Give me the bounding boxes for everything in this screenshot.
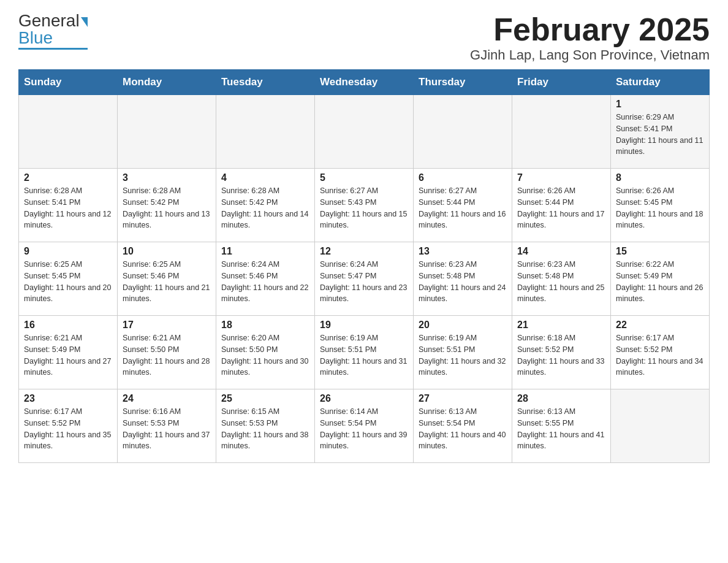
col-friday: Friday [512, 70, 611, 95]
day-number: 1 [616, 99, 704, 110]
table-row: 15Sunrise: 6:22 AMSunset: 5:49 PMDayligh… [611, 242, 710, 316]
calendar-header-row: Sunday Monday Tuesday Wednesday Thursday… [19, 70, 710, 95]
day-info: Sunset: 5:46 PM [221, 270, 309, 282]
logo-text: General Blue [18, 12, 88, 47]
day-info: Daylight: 11 hours and 33 minutes. [517, 356, 605, 379]
day-info: Daylight: 11 hours and 20 minutes. [24, 282, 112, 305]
day-info: Sunset: 5:53 PM [123, 418, 211, 429]
table-row: 24Sunrise: 6:16 AMSunset: 5:53 PMDayligh… [118, 389, 216, 463]
day-info: Daylight: 11 hours and 41 minutes. [517, 429, 605, 453]
table-row [118, 95, 216, 169]
day-info: Sunrise: 6:15 AM [221, 406, 309, 418]
day-info: Sunrise: 6:28 AM [123, 185, 211, 197]
day-info: Sunrise: 6:16 AM [123, 406, 211, 418]
day-info: Daylight: 11 hours and 35 minutes. [24, 429, 112, 453]
day-info: Daylight: 11 hours and 11 minutes. [616, 135, 704, 158]
table-row: 26Sunrise: 6:14 AMSunset: 5:54 PMDayligh… [315, 389, 414, 463]
col-tuesday: Tuesday [216, 70, 315, 95]
table-row: 5Sunrise: 6:27 AMSunset: 5:43 PMDaylight… [315, 169, 414, 242]
day-info: Daylight: 11 hours and 13 minutes. [123, 209, 211, 232]
day-info: Sunset: 5:45 PM [616, 197, 704, 209]
table-row: 25Sunrise: 6:15 AMSunset: 5:53 PMDayligh… [216, 389, 315, 463]
col-sunday: Sunday [19, 70, 118, 95]
day-info: Sunrise: 6:25 AM [123, 259, 211, 270]
col-saturday: Saturday [611, 70, 710, 95]
table-row: 10Sunrise: 6:25 AMSunset: 5:46 PMDayligh… [118, 242, 216, 316]
day-number: 6 [419, 172, 507, 183]
day-info: Sunrise: 6:25 AM [24, 259, 112, 270]
day-info: Sunset: 5:49 PM [24, 344, 112, 356]
table-row: 12Sunrise: 6:24 AMSunset: 5:47 PMDayligh… [315, 242, 414, 316]
day-info: Sunrise: 6:24 AM [221, 259, 309, 270]
day-info: Sunset: 5:54 PM [419, 418, 507, 429]
day-info: Sunrise: 6:21 AM [24, 332, 112, 344]
day-info: Daylight: 11 hours and 32 minutes. [419, 356, 507, 379]
table-row [216, 95, 315, 169]
calendar-table: Sunday Monday Tuesday Wednesday Thursday… [18, 69, 710, 463]
table-row: 23Sunrise: 6:17 AMSunset: 5:52 PMDayligh… [19, 389, 118, 463]
day-info: Daylight: 11 hours and 22 minutes. [221, 282, 309, 305]
day-info: Sunset: 5:52 PM [517, 344, 605, 356]
calendar-subtitle: GJinh Lap, Lang Son Province, Vietnam [470, 47, 710, 63]
table-row: 7Sunrise: 6:26 AMSunset: 5:44 PMDaylight… [512, 169, 611, 242]
day-number: 14 [517, 246, 605, 257]
day-number: 7 [517, 172, 605, 183]
calendar-week-row: 23Sunrise: 6:17 AMSunset: 5:52 PMDayligh… [19, 389, 710, 463]
table-row: 8Sunrise: 6:26 AMSunset: 5:45 PMDaylight… [611, 169, 710, 242]
table-row: 11Sunrise: 6:24 AMSunset: 5:46 PMDayligh… [216, 242, 315, 316]
calendar-week-row: 2Sunrise: 6:28 AMSunset: 5:41 PMDaylight… [19, 169, 710, 242]
logo: General Blue [18, 12, 88, 50]
day-info: Sunrise: 6:29 AM [616, 112, 704, 123]
day-info: Sunrise: 6:17 AM [616, 332, 704, 344]
day-number: 21 [517, 320, 605, 331]
day-info: Daylight: 11 hours and 40 minutes. [419, 429, 507, 453]
table-row: 28Sunrise: 6:13 AMSunset: 5:55 PMDayligh… [512, 389, 611, 463]
table-row [512, 95, 611, 169]
table-row: 3Sunrise: 6:28 AMSunset: 5:42 PMDaylight… [118, 169, 216, 242]
table-row: 6Sunrise: 6:27 AMSunset: 5:44 PMDaylight… [414, 169, 512, 242]
day-info: Daylight: 11 hours and 24 minutes. [419, 282, 507, 305]
table-row [611, 389, 710, 463]
day-info: Sunset: 5:50 PM [123, 344, 211, 356]
day-number: 4 [221, 172, 309, 183]
day-info: Sunrise: 6:23 AM [419, 259, 507, 270]
day-info: Sunrise: 6:17 AM [24, 406, 112, 418]
day-info: Sunset: 5:49 PM [616, 270, 704, 282]
table-row: 4Sunrise: 6:28 AMSunset: 5:42 PMDaylight… [216, 169, 315, 242]
table-row: 19Sunrise: 6:19 AMSunset: 5:51 PMDayligh… [315, 316, 414, 389]
day-number: 17 [123, 320, 211, 331]
table-row: 2Sunrise: 6:28 AMSunset: 5:41 PMDaylight… [19, 169, 118, 242]
day-info: Sunrise: 6:27 AM [320, 185, 408, 197]
table-row: 27Sunrise: 6:13 AMSunset: 5:54 PMDayligh… [414, 389, 512, 463]
logo-underline [18, 48, 88, 50]
day-info: Daylight: 11 hours and 39 minutes. [320, 429, 408, 453]
table-row: 20Sunrise: 6:19 AMSunset: 5:51 PMDayligh… [414, 316, 512, 389]
day-info: Daylight: 11 hours and 16 minutes. [419, 209, 507, 232]
day-number: 22 [616, 320, 704, 331]
table-row: 18Sunrise: 6:20 AMSunset: 5:50 PMDayligh… [216, 316, 315, 389]
day-number: 16 [24, 320, 112, 331]
day-info: Sunset: 5:51 PM [320, 344, 408, 356]
day-info: Daylight: 11 hours and 17 minutes. [517, 209, 605, 232]
table-row [315, 95, 414, 169]
day-info: Sunrise: 6:20 AM [221, 332, 309, 344]
day-info: Sunset: 5:44 PM [419, 197, 507, 209]
day-number: 9 [24, 246, 112, 257]
day-number: 8 [616, 172, 704, 183]
day-info: Daylight: 11 hours and 15 minutes. [320, 209, 408, 232]
day-number: 18 [221, 320, 309, 331]
day-info: Sunset: 5:42 PM [221, 197, 309, 209]
day-info: Sunrise: 6:27 AM [419, 185, 507, 197]
table-row: 17Sunrise: 6:21 AMSunset: 5:50 PMDayligh… [118, 316, 216, 389]
day-info: Sunset: 5:53 PM [221, 418, 309, 429]
day-info: Sunset: 5:51 PM [419, 344, 507, 356]
day-info: Sunset: 5:52 PM [616, 344, 704, 356]
day-info: Sunset: 5:46 PM [123, 270, 211, 282]
day-number: 11 [221, 246, 309, 257]
col-monday: Monday [118, 70, 216, 95]
day-info: Sunset: 5:52 PM [24, 418, 112, 429]
day-info: Sunrise: 6:13 AM [419, 406, 507, 418]
table-row: 9Sunrise: 6:25 AMSunset: 5:45 PMDaylight… [19, 242, 118, 316]
day-number: 13 [419, 246, 507, 257]
table-row: 21Sunrise: 6:18 AMSunset: 5:52 PMDayligh… [512, 316, 611, 389]
